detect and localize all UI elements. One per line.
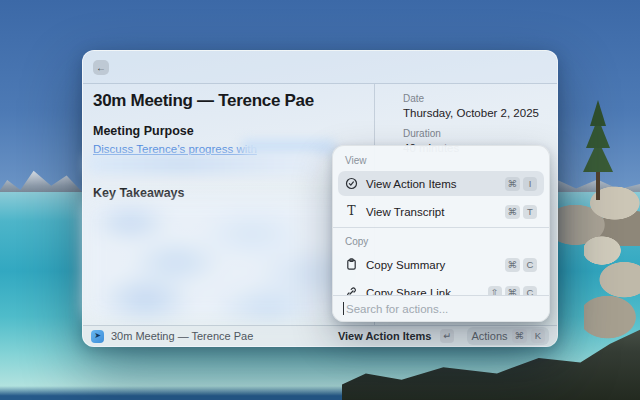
check-circle-icon xyxy=(345,177,358,190)
search-input[interactable] xyxy=(346,303,539,315)
redacted-text-blur xyxy=(87,154,319,174)
c-key-icon: C xyxy=(523,258,537,272)
transcript-icon: T xyxy=(345,205,358,218)
app-logo-icon: ➤ xyxy=(91,330,104,343)
cmd-key-icon: ⌘ xyxy=(505,258,521,272)
cmd-key-icon: ⌘ xyxy=(512,329,528,343)
text-caret xyxy=(343,302,344,315)
wallpaper-pine-tree xyxy=(590,100,606,126)
return-key-icon: ↵ xyxy=(440,329,454,343)
back-button[interactable]: ← xyxy=(93,60,109,75)
i-key-icon: I xyxy=(523,177,537,191)
status-bar: ➤ 30m Meeting — Terence Pae View Action … xyxy=(83,325,557,346)
meeting-purpose-heading: Meeting Purpose xyxy=(93,124,194,138)
actions-label: Actions xyxy=(471,330,507,342)
statusbar-meeting-title: 30m Meeting — Terence Pae xyxy=(111,330,331,342)
window-header: ← xyxy=(83,51,557,84)
menu-item-view-action-items[interactable]: View Action Items ⌘ I xyxy=(338,171,544,196)
redacted-text-blur xyxy=(241,139,336,155)
date-value: Thursday, October 2, 2025 xyxy=(403,107,539,119)
duration-label: Duration xyxy=(403,128,441,139)
cmd-key-icon: ⌘ xyxy=(505,177,521,191)
palette-section-copy: Copy xyxy=(333,228,549,252)
menu-item-copy-summary[interactable]: Copy Summary ⌘ C xyxy=(338,252,544,277)
wallpaper-boulders xyxy=(584,236,640,340)
cmd-key-icon: ⌘ xyxy=(505,205,521,219)
page-title: 30m Meeting — Terence Pae xyxy=(93,91,314,111)
date-label: Date xyxy=(403,93,424,104)
back-arrow-icon: ← xyxy=(96,62,106,73)
clipboard-icon xyxy=(345,258,358,271)
command-palette: View View Action Items ⌘ I T View Transc… xyxy=(332,145,550,322)
plane-glyph-icon: ➤ xyxy=(94,332,101,340)
primary-action-label[interactable]: View Action Items xyxy=(338,330,432,342)
palette-section-view: View xyxy=(333,146,549,171)
k-key-icon: K xyxy=(531,329,545,343)
palette-search-bar xyxy=(333,295,549,321)
t-key-icon: T xyxy=(523,205,537,219)
key-takeaways-heading: Key Takeaways xyxy=(93,186,185,200)
actions-button[interactable]: Actions ⌘ K xyxy=(467,327,549,345)
menu-item-view-transcript[interactable]: T View Transcript ⌘ T xyxy=(338,199,544,224)
wallpaper-tree-trunk xyxy=(596,168,600,200)
